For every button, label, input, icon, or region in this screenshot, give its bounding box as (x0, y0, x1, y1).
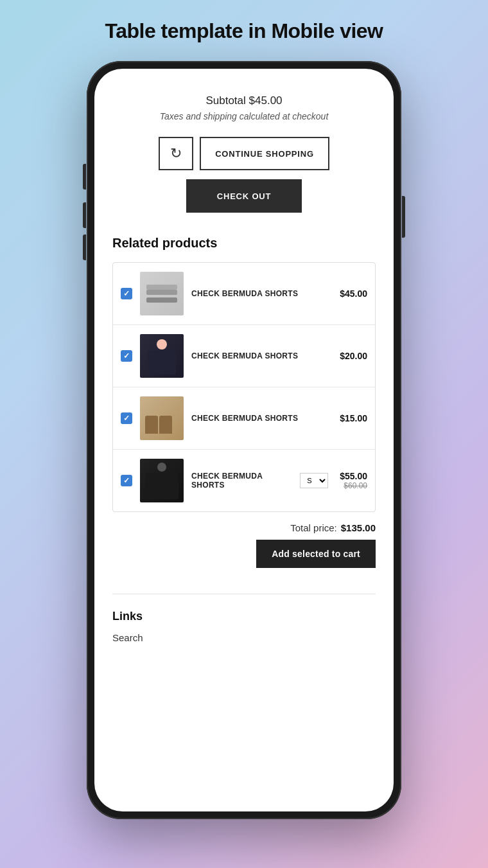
divider (112, 594, 376, 594)
product-image-4 (140, 459, 184, 502)
table-row: ✓ CHECK BERMUDA SHORTS $20.00 (113, 325, 375, 387)
continue-shopping-button[interactable]: CONTINUE SHOPPING (200, 137, 329, 170)
product-name-4: CHECK BERMUDA SHORTS (191, 472, 292, 490)
page-title: Table template in Mobile view (105, 19, 383, 43)
checkbox-2[interactable]: ✓ (121, 350, 132, 362)
checkbox-3[interactable]: ✓ (121, 412, 132, 424)
products-table: ✓ CHECK BERMUDA SHORTS $45.00 ✓ CHECK BE… (112, 262, 376, 512)
subtotal-section: Subtotal $45.00 Taxes and shipping calcu… (112, 94, 376, 121)
price-current-2: $20.00 (340, 351, 367, 361)
phone-screen: Subtotal $45.00 Taxes and shipping calcu… (94, 69, 394, 811)
checkmark-icon: ✓ (123, 414, 130, 423)
price-original-4: $60.00 (340, 481, 367, 490)
taxes-text: Taxes and shipping calculated at checkou… (112, 111, 376, 121)
product-name-3: CHECK BERMUDA SHORTS (191, 414, 332, 423)
product-price-2: $20.00 (340, 351, 367, 361)
add-to-cart-wrapper: Add selected to cart (112, 540, 376, 568)
product-image-3 (140, 396, 184, 440)
price-current-1: $45.00 (340, 288, 367, 299)
product-price-4: $55.00 $60.00 (340, 471, 367, 490)
add-to-cart-button[interactable]: Add selected to cart (256, 540, 376, 568)
links-search[interactable]: Search (112, 632, 376, 643)
checkbox-4[interactable]: ✓ (121, 475, 132, 486)
checkmark-icon: ✓ (123, 476, 130, 485)
checkmark-icon: ✓ (123, 289, 130, 298)
related-products-title: Related products (112, 236, 376, 251)
refresh-button[interactable]: ↻ (159, 137, 193, 170)
phone-shell: Subtotal $45.00 Taxes and shipping calcu… (87, 61, 401, 819)
total-label: Total price: (290, 522, 337, 533)
refresh-icon: ↻ (170, 145, 182, 162)
table-row: ✓ CHECK BERMUDA SHORTS S M L $55.00 $60.… (113, 450, 375, 511)
table-row: ✓ CHECK BERMUDA SHORTS $15.00 (113, 387, 375, 450)
product-name-2: CHECK BERMUDA SHORTS (191, 351, 332, 360)
product-image-1 (140, 272, 184, 315)
table-row: ✓ CHECK BERMUDA SHORTS $45.00 (113, 263, 375, 325)
checkout-button[interactable]: CHECK OUT (186, 179, 302, 213)
checkout-wrapper: CHECK OUT (112, 179, 376, 213)
total-row: Total price: $135.00 (112, 522, 376, 533)
subtotal-text: Subtotal $45.00 (112, 94, 376, 107)
product-image-2 (140, 334, 184, 378)
links-title: Links (112, 610, 376, 623)
product-name-1: CHECK BERMUDA SHORTS (191, 289, 332, 298)
links-section: Links Search (112, 610, 376, 656)
total-amount: $135.00 (341, 522, 376, 533)
checkbox-1[interactable]: ✓ (121, 288, 132, 299)
product-price-1: $45.00 (340, 288, 367, 299)
variant-select-4[interactable]: S M L (300, 473, 328, 488)
product-price-3: $15.00 (340, 413, 367, 423)
checkmark-icon: ✓ (123, 351, 130, 360)
screen-content: Subtotal $45.00 Taxes and shipping calcu… (94, 69, 394, 811)
price-current-3: $15.00 (340, 413, 367, 423)
buttons-row: ↻ CONTINUE SHOPPING (112, 137, 376, 170)
price-current-4: $55.00 (340, 471, 367, 481)
